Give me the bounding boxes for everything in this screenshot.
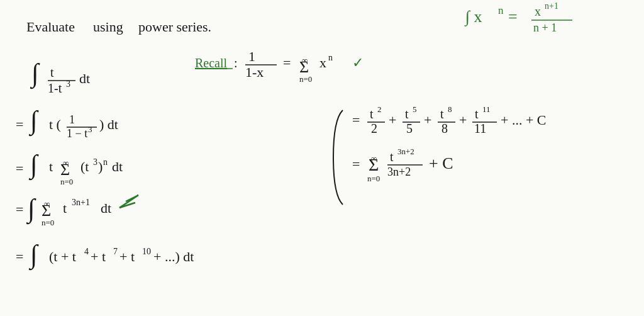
sigma-n0-recall: n=0 <box>299 74 312 84</box>
step5-plus2: + t <box>91 249 106 264</box>
recall-equals: = <box>283 55 291 71</box>
n-plus-1-sup: n+1 <box>545 1 558 11</box>
result-eq2: = <box>352 156 360 172</box>
checkmark: ✓ <box>352 55 364 71</box>
step2-eq: = <box>16 116 23 132</box>
step3-n-sup: n <box>103 157 108 167</box>
step3-t: t <box>49 159 53 174</box>
r2-plus-c: + C <box>429 154 453 172</box>
sigma-symbol-recall: Σ <box>299 58 309 76</box>
step2-t: t ( <box>49 116 61 132</box>
result-eq1: = <box>352 112 360 128</box>
sigma-symbol-4: Σ <box>42 201 51 220</box>
step5-eq: = <box>16 249 23 264</box>
step4-exp: 3n+1 <box>72 198 90 207</box>
step2-close: ) dt <box>99 116 118 132</box>
step5-open: (t + t <box>49 249 76 264</box>
n-superscript: n <box>498 4 504 16</box>
step2-denom-exp: 3 <box>88 125 92 134</box>
r1-plus3: + <box>459 112 467 128</box>
evaluate-label: Evaluate <box>26 19 75 35</box>
r1-5denom: 5 <box>406 121 413 135</box>
step2-frac-num: 1 <box>69 113 75 126</box>
page: Evaluate using power series. ∫ x n = x n… <box>0 0 644 316</box>
r1-8sup: 8 <box>448 104 452 114</box>
sigma-symbol-3: Σ <box>60 161 70 179</box>
step3-t3n: (t <box>80 159 89 174</box>
integral-3: ∫ <box>28 150 39 181</box>
integral-xn-label: ∫ x <box>464 8 482 26</box>
step4-dt: dt <box>101 200 111 216</box>
r1-11sup: 11 <box>482 104 491 114</box>
step3-3sup: 3 <box>93 157 97 167</box>
r1-plus2: + <box>424 112 431 128</box>
numerator-label: x <box>535 4 541 18</box>
step2-frac-denom: 1 − t <box>67 127 87 140</box>
n-recall: n <box>328 53 333 62</box>
equals-label: = <box>508 8 518 26</box>
integral-1: ∫ <box>30 59 40 89</box>
integral-4: ∫ <box>26 194 36 225</box>
sigma-n0-3: n=0 <box>60 177 73 186</box>
step5-7: 7 <box>113 247 118 256</box>
r1-t5-num: t <box>405 107 409 121</box>
step1-denom-sup: 3 <box>66 79 70 89</box>
r1-2denom: 2 <box>371 121 377 135</box>
step4-t: t <box>63 200 67 216</box>
recall-denom: 1-x <box>245 64 264 80</box>
r2-3n2sup: 3n+2 <box>397 147 414 156</box>
step3-close-paren: ) <box>98 159 103 174</box>
sigma-n0-r2: n=0 <box>367 174 380 183</box>
integral-5: ∫ <box>28 240 39 271</box>
r1-t2-num: t <box>370 107 374 121</box>
step3-dt: dt <box>112 159 123 174</box>
r1-plus1: + <box>389 112 396 128</box>
r1-5sup: 5 <box>413 104 417 114</box>
x-n-recall: x <box>319 55 326 71</box>
r1-plus-dots: + ... + C <box>501 112 547 128</box>
step5-4: 4 <box>84 247 89 256</box>
r2-denom: 3n+2 <box>387 166 411 178</box>
r1-11denom: 11 <box>474 121 486 135</box>
r1-t11-num: t <box>475 107 479 121</box>
step4-eq: = <box>16 201 23 217</box>
math-diagram: Evaluate using power series. ∫ x n = x n… <box>0 0 644 316</box>
r2-t-num: t <box>390 150 394 164</box>
step3-eq: = <box>16 161 23 176</box>
using-label: using <box>93 19 123 35</box>
r1-2sup: 2 <box>377 104 382 114</box>
sigma-n0-4: n=0 <box>42 218 54 227</box>
step1-num: t <box>50 65 54 79</box>
sigma-symbol-r2: Σ <box>369 155 379 174</box>
recall-label: Recall <box>195 56 228 70</box>
step5-10: 10 <box>142 247 151 256</box>
r1-8denom: 8 <box>441 121 448 135</box>
step1-dt: dt <box>79 71 90 86</box>
step1-denom: 1-t <box>48 81 62 95</box>
step5-plus3: + t <box>119 249 135 264</box>
integral-2: ∫ <box>28 106 39 137</box>
denominator-label: n + 1 <box>533 21 557 34</box>
colon-label: : <box>234 56 238 70</box>
recall-num: 1 <box>248 48 255 64</box>
r1-t8-num: t <box>440 107 444 121</box>
power-series-label: power series. <box>138 19 211 35</box>
step5-dots: + ...) dt <box>153 249 194 264</box>
